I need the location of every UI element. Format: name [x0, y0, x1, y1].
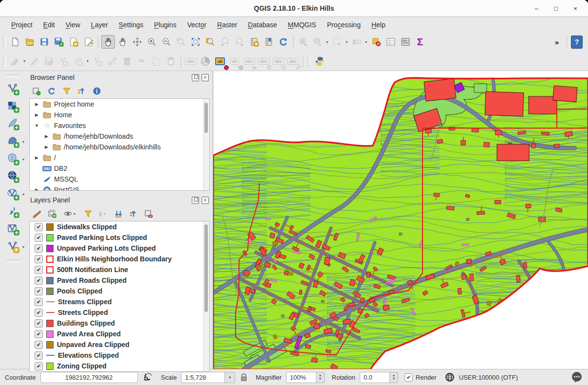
new-shapefile-layer-button[interactable]	[1, 220, 25, 238]
layer-checkbox[interactable]: ✔	[35, 266, 43, 274]
layer-checkbox[interactable]: ✔	[35, 223, 43, 231]
layers-scrollbar[interactable]	[203, 221, 209, 371]
map-canvas[interactable]	[213, 71, 588, 369]
browser-refresh-icon[interactable]	[47, 87, 56, 95]
menu-settings[interactable]: Settings	[113, 18, 149, 31]
feature-action-dropdown[interactable]: ▾	[326, 40, 330, 44]
cut-features-button[interactable]: ✂	[135, 55, 148, 68]
add-wcs-layer-button[interactable]	[1, 168, 25, 185]
wfs-dropdown[interactable]: ▾	[22, 192, 24, 197]
crs-status-text[interactable]: USER:100000 (OTF)	[459, 374, 518, 381]
select-dropdown[interactable]: ▾	[346, 40, 349, 44]
new-project-button[interactable]	[8, 35, 22, 49]
menu-edit[interactable]: Edit	[38, 18, 60, 31]
paste-features-button[interactable]	[164, 55, 178, 68]
toggle-editing-button[interactable]	[28, 55, 41, 68]
browser-scrollbar[interactable]	[203, 99, 209, 190]
layer-labeling-options-button[interactable]: abc	[184, 55, 198, 68]
add-postgis-layer-button[interactable]: ▾	[1, 133, 25, 150]
save-project-as-button[interactable]	[52, 35, 66, 49]
expander-icon[interactable]: ▶	[43, 134, 50, 139]
magnifier-spinbox[interactable]: 100% ▲▼	[286, 372, 325, 383]
zoom-next-button[interactable]	[233, 35, 246, 49]
layer-checkbox[interactable]: ✔	[35, 234, 43, 242]
menu-mmqgis[interactable]: MMQGIS	[282, 18, 321, 31]
layer-row[interactable]: ✔Paved Roads Clipped	[30, 275, 209, 286]
layer-row[interactable]: ✔Sidewalks Clipped	[30, 221, 209, 232]
circular-string-dropdown[interactable]: ▾	[87, 59, 91, 63]
touch-zoom-pan-button[interactable]	[101, 35, 115, 49]
messages-bubble-icon[interactable]	[570, 371, 583, 383]
browser-filter-icon[interactable]	[62, 87, 71, 95]
menu-processing[interactable]: Processing	[322, 18, 366, 31]
add-delimited-text-button[interactable]	[1, 203, 25, 220]
open-attribute-table-button[interactable]	[384, 35, 398, 49]
layer-checkbox[interactable]: ✔	[35, 362, 43, 370]
pan-to-selection-button[interactable]	[130, 35, 144, 49]
scale-dropdown-button[interactable]: ▾	[225, 372, 235, 383]
layer-diagram-options-button[interactable]	[199, 55, 212, 68]
refresh-button[interactable]	[276, 35, 290, 49]
layer-row[interactable]: ✔Elkin Hills Neighborhood Boundary	[30, 254, 209, 264]
layer-row[interactable]: ✔Paved Parking Lots Clipped	[30, 232, 209, 243]
expander-icon[interactable]: ▶	[34, 155, 40, 160]
rotation-value[interactable]: 0.0	[360, 372, 390, 383]
zoom-out-button[interactable]	[160, 35, 173, 49]
layer-checkbox[interactable]: ✔	[35, 255, 43, 263]
filter-legend-icon[interactable]	[84, 209, 92, 218]
remove-layer-icon[interactable]	[144, 209, 153, 218]
move-feature-button[interactable]	[91, 55, 105, 68]
rotate-label-button[interactable]: abc	[272, 55, 285, 68]
statistics-button[interactable]: Σ	[413, 35, 427, 49]
identify-features-button[interactable]	[296, 35, 310, 49]
magnifier-value[interactable]: 100%	[286, 372, 316, 383]
zoom-in-button[interactable]	[145, 35, 159, 49]
show-bookmarks-button[interactable]	[262, 35, 276, 49]
zoom-to-layer-button[interactable]	[203, 35, 217, 49]
layer-row[interactable]: ✔Unpaved Area Clipped	[30, 339, 209, 350]
scale-lock-icon[interactable]	[239, 372, 248, 382]
crs-globe-icon[interactable]	[445, 372, 455, 382]
add-vector-layer-button[interactable]	[1, 80, 25, 98]
rotation-up-icon[interactable]: ▲	[392, 374, 395, 377]
browser-item[interactable]: ▶Home	[30, 110, 209, 120]
minimize-button[interactable]: –	[533, 5, 540, 12]
menu-plugins[interactable]: Plugins	[148, 18, 182, 31]
browser-item[interactable]: ▼☆Favourites	[30, 120, 209, 131]
add-wms-layer-button[interactable]: ▾	[1, 150, 25, 168]
toolbar-overflow-button[interactable]: »	[550, 35, 564, 49]
save-layer-edits-button[interactable]	[42, 55, 56, 68]
add-raster-layer-button[interactable]	[1, 98, 25, 115]
add-group-icon[interactable]	[48, 209, 57, 218]
menu-project[interactable]: Project	[6, 18, 38, 31]
layer-checkbox[interactable]: ✔	[35, 341, 43, 349]
mouse-tracking-icon[interactable]	[142, 372, 153, 383]
add-selected-layers-icon[interactable]	[32, 87, 41, 95]
menu-vector[interactable]: Vector	[182, 18, 212, 31]
layers-scrollbar-thumb[interactable]	[204, 224, 208, 312]
field-calculator-button[interactable]	[399, 35, 412, 49]
layer-row[interactable]: ✔Streams Clipped	[30, 296, 209, 307]
change-label-button[interactable]: abc	[286, 55, 300, 68]
postgis-dropdown[interactable]: ▾	[22, 140, 24, 144]
expander-icon[interactable]: ▶	[43, 145, 50, 149]
select-by-expression-button[interactable]: ε	[350, 35, 364, 49]
help-button[interactable]: ?	[570, 35, 584, 49]
current-edits-dropdown[interactable]: ▾	[23, 59, 27, 63]
save-project-button[interactable]	[37, 35, 51, 49]
layer-checkbox[interactable]: ✔	[35, 287, 43, 295]
layer-row[interactable]: ✔Streets Clipped	[30, 307, 209, 318]
scale-combo[interactable]: 1:5,728 ▾	[181, 372, 235, 383]
zoom-native-button[interactable]: 1:1	[174, 35, 188, 49]
expander-icon[interactable]: ▶	[34, 112, 40, 117]
filter-expression-group[interactable]: ε▾	[99, 209, 108, 218]
menu-database[interactable]: Database	[242, 18, 282, 31]
expression-dropdown[interactable]: ▾	[365, 40, 369, 44]
browser-item[interactable]: MSSQL	[30, 174, 209, 184]
wms-dropdown[interactable]: ▾	[22, 157, 24, 162]
layer-checkbox[interactable]: ✔	[35, 351, 43, 360]
zoom-last-button[interactable]	[218, 35, 232, 49]
current-edits-button[interactable]	[8, 55, 22, 68]
python-console-button[interactable]	[313, 55, 327, 68]
render-checkbox[interactable]: ✔	[404, 373, 413, 382]
